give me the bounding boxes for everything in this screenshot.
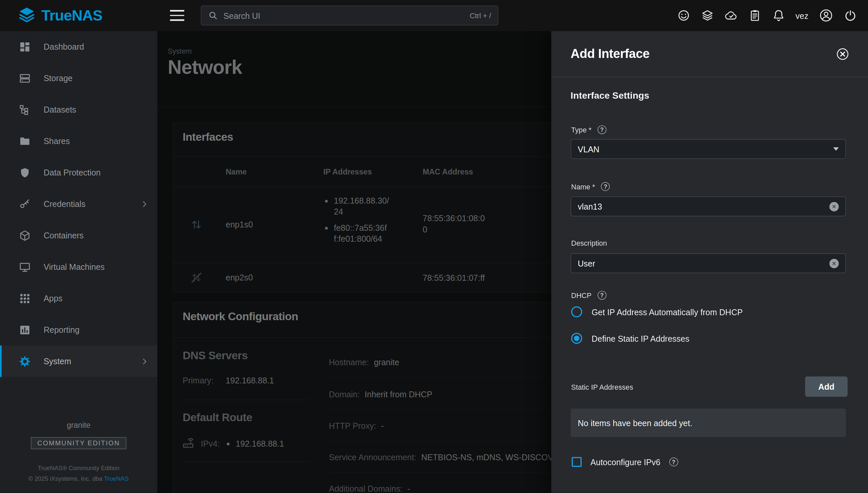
sidebar-item-label: Shares — [44, 136, 70, 146]
description-label-text: Description — [571, 239, 607, 247]
apps-grid-icon — [19, 292, 31, 305]
power-icon[interactable] — [844, 9, 857, 22]
clear-icon[interactable] — [829, 259, 839, 268]
dhcp-field-label: DHCP — [571, 291, 606, 300]
dhcp-label-text: DHCP — [571, 291, 591, 299]
storage-icon — [19, 72, 31, 84]
truecommand-cloud-icon[interactable] — [724, 9, 738, 22]
radio-checked-icon — [571, 333, 582, 344]
type-label-text: Type * — [571, 126, 591, 134]
type-select-value: VLAN — [578, 144, 599, 154]
stacked-layers-icon[interactable] — [700, 9, 714, 22]
static-ip-label: Static IP Addresses — [571, 383, 633, 391]
sidebar-item-label: Credentials — [44, 199, 85, 209]
help-icon[interactable] — [601, 182, 610, 191]
type-select[interactable]: VLAN — [571, 139, 846, 159]
radio-dhcp-auto[interactable]: Get IP Address Automatically from DHCP — [571, 306, 742, 317]
name-input[interactable] — [578, 202, 825, 211]
sidebar-item-system[interactable]: System — [0, 345, 157, 377]
hamburger-menu-icon[interactable] — [170, 10, 184, 21]
sidebar-item-dashboard[interactable]: Dashboard — [0, 31, 157, 62]
clear-icon[interactable] — [829, 202, 839, 211]
sidebar-item-containers[interactable]: Containers — [0, 219, 157, 251]
sidebar-item-label: Containers — [44, 231, 84, 240]
help-icon[interactable] — [669, 457, 678, 467]
checkbox-label: Autoconfigure IPv6 — [591, 457, 660, 467]
folder-icon — [19, 135, 31, 147]
cube-icon — [19, 230, 31, 242]
radio-static-ip[interactable]: Define Static IP Addresses — [571, 333, 689, 344]
gear-icon — [19, 355, 31, 367]
radio-icon — [571, 306, 582, 317]
truenas-logo-text: TrueNAS — [41, 7, 102, 24]
topbar-actions: vez — [677, 0, 857, 31]
radio-label: Define Static IP Addresses — [591, 334, 690, 343]
shield-icon — [19, 167, 31, 179]
chevron-right-icon — [140, 357, 149, 366]
username-label: vez — [796, 11, 808, 20]
dashboard-icon — [19, 41, 31, 53]
sidebar-item-label: Dashboard — [44, 42, 84, 51]
name-field-label: Name * — [571, 182, 610, 191]
sidebar-item-apps[interactable]: Apps — [0, 282, 157, 314]
sidebar-item-storage[interactable]: Storage — [0, 62, 157, 94]
jobs-clipboard-icon[interactable] — [748, 9, 761, 22]
name-field — [571, 196, 846, 216]
section-title: Interface Settings — [571, 90, 650, 101]
global-search: Ctrl + / — [201, 6, 498, 25]
alerts-bell-icon[interactable] — [772, 9, 785, 22]
sidebar: Dashboard Storage Datasets Shares Data P… — [0, 31, 157, 493]
topbar: TrueNAS Ctrl + / v — [0, 0, 868, 31]
help-icon[interactable] — [598, 125, 606, 134]
panel-header: Add Interface — [551, 31, 868, 77]
chevron-right-icon — [140, 200, 149, 209]
truenas-logo[interactable]: TrueNAS — [18, 0, 102, 31]
checkbox-icon — [572, 457, 582, 467]
sidebar-item-datasets[interactable]: Datasets — [0, 94, 157, 125]
search-icon — [208, 10, 218, 21]
search-input[interactable] — [223, 11, 464, 20]
truenas-link[interactable]: TrueNAS — [104, 475, 129, 482]
sidebar-item-label: Apps — [44, 294, 63, 303]
type-field-label: Type * — [571, 125, 606, 134]
key-icon — [19, 198, 31, 210]
copyright-line: © 2025 iXsystems, Inc. dba TrueNAS — [0, 475, 157, 482]
sidebar-item-virtual-machines[interactable]: Virtual Machines — [0, 251, 157, 282]
sidebar-item-reporting[interactable]: Reporting — [0, 314, 157, 345]
copyright-text: © 2025 iXsystems, Inc. dba — [28, 475, 104, 482]
help-icon[interactable] — [598, 291, 606, 300]
description-field-label: Description — [571, 239, 607, 247]
datasets-icon — [19, 104, 31, 116]
sidebar-item-label: System — [44, 357, 71, 366]
autoconfigure-ipv6-checkbox-row[interactable]: Autoconfigure IPv6 — [572, 457, 678, 467]
chevron-down-icon — [833, 147, 839, 151]
edition-badge: COMMUNITY EDITION — [31, 437, 127, 449]
search-shortcut-hint: Ctrl + / — [470, 11, 491, 20]
sidebar-item-shares[interactable]: Shares — [0, 125, 157, 157]
panel-title: Add Interface — [571, 46, 650, 61]
sidebar-item-data-protection[interactable]: Data Protection — [0, 157, 157, 188]
add-static-ip-button[interactable]: Add — [805, 377, 847, 397]
product-edition-label: TrueNAS® Community Edition — [0, 465, 157, 471]
sidebar-item-label: Data Protection — [44, 168, 101, 177]
sidebar-item-label: Reporting — [44, 325, 80, 335]
user-avatar-icon[interactable] — [819, 8, 833, 22]
add-interface-panel: Add Interface Interface Settings Type * … — [551, 31, 868, 493]
truenas-app: TrueNAS Ctrl + / v — [0, 0, 868, 493]
sidebar-item-credentials[interactable]: Credentials — [0, 188, 157, 219]
bar-chart-icon — [19, 324, 31, 336]
close-icon[interactable] — [837, 48, 849, 60]
sidebar-item-label: Storage — [44, 73, 73, 83]
sidebar-item-label: Virtual Machines — [44, 262, 105, 272]
description-field — [571, 253, 846, 273]
name-label-text: Name * — [571, 183, 595, 191]
feedback-smiley-icon[interactable] — [677, 9, 690, 22]
system-hostname: granite — [0, 421, 157, 429]
empty-list-message: No items have been added yet. — [571, 409, 846, 437]
edition-badge-wrap: COMMUNITY EDITION — [0, 437, 157, 449]
description-input[interactable] — [578, 259, 825, 268]
sidebar-item-label: Datasets — [44, 105, 77, 114]
monitor-icon — [19, 261, 31, 273]
radio-label: Get IP Address Automatically from DHCP — [591, 307, 743, 317]
truenas-logo-icon — [18, 6, 36, 24]
